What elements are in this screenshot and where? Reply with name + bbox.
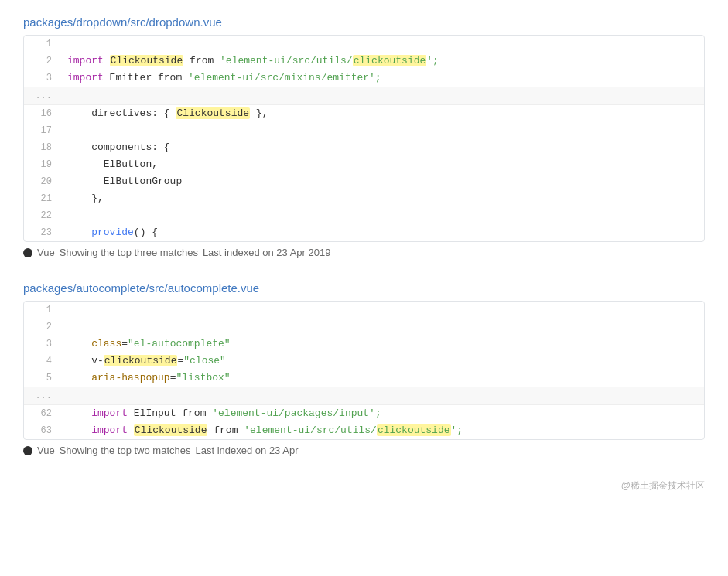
code-content: [61, 319, 704, 335]
code-text: =: [121, 338, 128, 349]
line-num: 63: [24, 423, 61, 438]
code-content: components: {: [61, 140, 704, 155]
keyword: import: [67, 407, 134, 419]
indexed-text: Last indexed on 23 Apr 2019: [203, 247, 331, 258]
language-dot: [23, 248, 32, 257]
string: 'element-ui/src/mixins/emitter';: [188, 72, 381, 84]
code-content: aria-haspopup="listbox": [61, 370, 704, 386]
highlighted-term: clickoutside: [104, 355, 178, 366]
code-text: },: [67, 193, 104, 204]
line-num: 16: [24, 106, 61, 121]
code-row: 16 directives: { Clickoutside },: [24, 105, 704, 122]
keyword: import: [67, 424, 134, 436]
code-text: Emitter from: [110, 72, 188, 84]
highlighted-term: clickoutside: [353, 55, 427, 66]
code-text: [67, 372, 91, 383]
code-container: 1</span>2import Clickoutside from 'eleme…: [23, 35, 705, 242]
code-row: 62 import ElInput from 'element-ui/packa…: [24, 405, 704, 422]
line-num: ...: [24, 88, 61, 104]
code-text: v-: [67, 355, 104, 366]
code-text: components: {: [67, 141, 170, 153]
code-row: 5 aria-haspopup="listbox": [24, 370, 704, 387]
code-content: import Emitter from 'element-ui/src/mixi…: [61, 70, 704, 86]
code-text: ElButtonGroup: [67, 176, 182, 187]
code-content: import Clickoutside from 'element-ui/src…: [61, 423, 704, 438]
code-container: 12 3 class="el-autocomplete"4 v-clickout…: [23, 301, 705, 440]
code-content: import ElInput from 'element-ui/packages…: [61, 406, 704, 421]
code-content: ElButtonGroup: [61, 174, 704, 189]
string: ';: [451, 424, 463, 436]
code-text: ElButton,: [67, 158, 158, 170]
code-content: directives: { Clickoutside },: [61, 106, 704, 121]
code-row: ...: [24, 387, 704, 405]
code-text: from: [183, 55, 220, 66]
line-num: 19: [24, 157, 61, 172]
code-text: },: [250, 107, 268, 119]
line-num: 1: [24, 302, 61, 318]
code-row: 18 components: {: [24, 139, 704, 156]
code-row: 4 v-clickoutside="close": [24, 353, 704, 370]
meta-row: Vue Showing the top three matches Last i…: [23, 247, 705, 258]
highlighted-term: Clickoutside: [176, 107, 250, 119]
code-content: provide() {: [61, 225, 704, 240]
code-content: v-clickoutside="close": [61, 353, 704, 369]
string: 'element-ui/packages/input';: [212, 407, 381, 419]
line-num: 5: [24, 370, 61, 386]
code-row: 3 class="el-autocomplete": [24, 336, 704, 353]
watermark: @稀土掘金技术社区: [23, 479, 705, 492]
code-row: 63 import Clickoutside from 'element-ui/…: [24, 422, 704, 439]
code-text: [67, 321, 80, 332]
file-link[interactable]: packages/dropdown/src/dropdown.vue: [23, 15, 222, 29]
string: 'element-ui/src/utils/: [244, 424, 377, 436]
highlighted-term: Clickoutside: [134, 424, 208, 436]
line-num: 2: [24, 319, 61, 335]
highlighted-term: clickoutside: [377, 424, 451, 436]
matches-text: Showing the top three matches: [60, 247, 198, 258]
string: "el-autocomplete": [128, 338, 231, 349]
code-text: ElInput from: [134, 407, 212, 419]
code-text: () {: [134, 227, 158, 238]
highlighted-term: Clickoutside: [110, 55, 184, 66]
string: ';: [426, 55, 439, 66]
code-row: 1</span>: [24, 36, 704, 53]
indexed-text: Last indexed on 23 Apr: [195, 445, 298, 456]
function-name: provide: [67, 227, 134, 238]
code-row: 2import Clickoutside from 'element-ui/sr…: [24, 53, 704, 70]
line-num: 3: [24, 70, 61, 86]
attribute: class: [91, 338, 121, 349]
code-row: 19 ElButton,: [24, 156, 704, 173]
code-row: 20 ElButtonGroup: [24, 173, 704, 190]
result-block: packages/dropdown/src/dropdown.vue1</spa…: [23, 15, 705, 258]
line-num: 21: [24, 191, 61, 206]
line-num: 23: [24, 225, 61, 240]
code-row: 23 provide() {: [24, 224, 704, 241]
line-num: 62: [24, 406, 61, 421]
code-content: import Clickoutside from 'element-ui/src…: [61, 53, 704, 69]
language-label: Vue: [37, 445, 55, 456]
meta-row: Vue Showing the top two matches Last ind…: [23, 445, 705, 456]
file-link[interactable]: packages/autocomplete/src/autocomplete.v…: [23, 281, 259, 295]
code-text: [67, 338, 91, 349]
code-content: ElButton,: [61, 157, 704, 172]
keyword: import: [67, 55, 110, 66]
line-num: 22: [24, 208, 61, 223]
code-text: directives: {: [67, 107, 176, 119]
result-block: packages/autocomplete/src/autocomplete.v…: [23, 281, 705, 456]
line-num: 3: [24, 336, 61, 352]
language-label: Vue: [37, 247, 55, 258]
code-content: class="el-autocomplete": [61, 336, 704, 352]
code-row: 21 },: [24, 190, 704, 207]
code-row: 1: [24, 302, 704, 319]
string: 'element-ui/src/utils/: [220, 55, 353, 66]
string: "listbox": [176, 372, 230, 383]
line-num: ...: [24, 388, 61, 404]
line-num: 18: [24, 140, 61, 155]
line-num: 17: [24, 123, 61, 138]
code-text: from: [207, 424, 244, 436]
code-row: 17: [24, 122, 704, 139]
code-content: },: [61, 191, 704, 206]
string: "close": [183, 355, 226, 366]
line-num: 2: [24, 53, 61, 69]
line-num: 1: [24, 36, 61, 52]
language-dot: [23, 446, 32, 455]
